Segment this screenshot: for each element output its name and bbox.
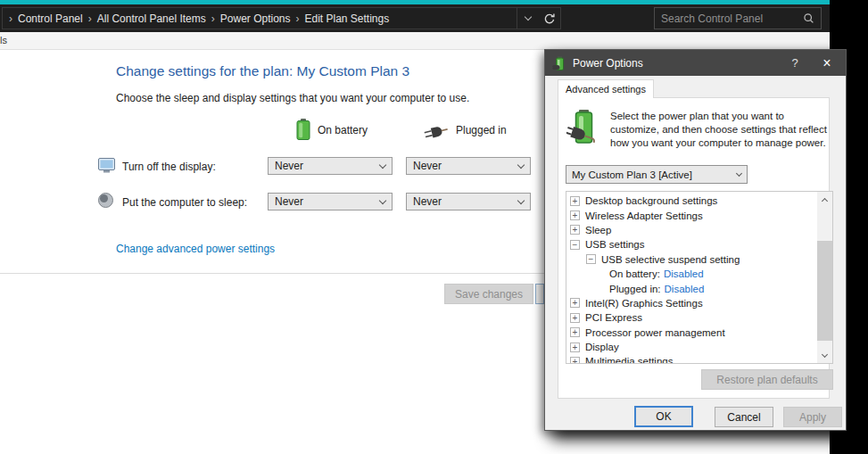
- plug-icon: [423, 124, 450, 140]
- tree-item-label: Multimedia settings: [585, 356, 673, 364]
- expand-icon[interactable]: +: [570, 298, 580, 308]
- tree-item[interactable]: Plugged in:Disabled: [566, 281, 817, 295]
- tree-item[interactable]: +Sleep: [566, 223, 817, 237]
- scrollbar-down-button[interactable]: [817, 348, 832, 363]
- address-controls: [517, 8, 560, 29]
- tree-item[interactable]: +Processor power management: [566, 326, 817, 340]
- tree-item[interactable]: +Display: [566, 340, 817, 354]
- expand-icon[interactable]: +: [570, 313, 580, 323]
- tree-item-label: Sleep: [585, 225, 611, 235]
- scrollbar[interactable]: [817, 192, 832, 363]
- change-advanced-power-settings-link[interactable]: Change advanced power settings: [116, 243, 275, 255]
- power-plan-select-value: My Custom Plan 3 [Active]: [572, 169, 692, 180]
- chevron-down-icon: [822, 351, 828, 358]
- dialog-titlebar[interactable]: Power Options ? ×: [545, 50, 846, 76]
- collapse-icon[interactable]: −: [570, 240, 580, 250]
- page-subtitle: Choose the sleep and display settings th…: [116, 92, 469, 104]
- chevron-down-icon: [736, 169, 742, 176]
- tree-item-label: Plugged in:: [609, 284, 661, 294]
- tree-item-value-link[interactable]: Disabled: [665, 284, 705, 294]
- power-plan-select[interactable]: My Custom Plan 3 [Active]: [566, 165, 748, 184]
- dialog-description: Select the power plan that you want to c…: [610, 110, 833, 149]
- select-display-on-battery[interactable]: Never: [268, 157, 393, 175]
- tree-item[interactable]: −USB settings: [566, 237, 817, 252]
- select-sleep-plugged-in[interactable]: Never: [406, 193, 531, 210]
- advanced-settings-tree: +Desktop background settings+Wireless Ad…: [566, 194, 817, 364]
- tree-item[interactable]: On battery:Disabled: [566, 267, 817, 281]
- tree-item-label: Display: [585, 342, 619, 352]
- breadcrumb-edit-plan-settings[interactable]: Edit Plan Settings: [301, 12, 393, 25]
- search-icon[interactable]: [803, 12, 814, 24]
- tree-item-label: PCI Express: [585, 312, 642, 323]
- close-icon: ×: [823, 55, 831, 71]
- expand-icon[interactable]: +: [570, 343, 580, 352]
- tree-item[interactable]: −USB selective suspend setting: [566, 252, 817, 267]
- restore-plan-defaults-button[interactable]: Restore plan defaults: [701, 369, 833, 390]
- refresh-button[interactable]: [539, 8, 560, 29]
- close-button[interactable]: ×: [808, 50, 846, 76]
- search-input[interactable]: Search Control Panel: [654, 7, 822, 29]
- breadcrumb[interactable]: › Control Panel › All Control Panel Item…: [2, 7, 561, 29]
- battery-icon: [295, 119, 311, 140]
- tree-item-label: USB settings: [585, 239, 644, 250]
- row-label-computer-sleep: Put the computer to sleep:: [122, 196, 247, 209]
- select-value: Never: [413, 160, 442, 172]
- expand-icon[interactable]: +: [570, 196, 580, 206]
- ok-button[interactable]: OK: [634, 406, 693, 427]
- select-value: Never: [413, 195, 442, 208]
- tree-item[interactable]: +Wireless Adapter Settings: [566, 208, 817, 222]
- expand-icon[interactable]: +: [570, 357, 580, 364]
- tree-item-label: Desktop background settings: [585, 195, 717, 206]
- scrollbar-up-button[interactable]: [817, 192, 832, 207]
- row-label-turn-off-display: Turn off the display:: [122, 161, 216, 173]
- desktop: › Control Panel › All Control Panel Item…: [0, 0, 868, 454]
- expand-icon[interactable]: +: [570, 327, 580, 337]
- settings-listbox: +Desktop background settings+Wireless Ad…: [566, 191, 833, 364]
- chevron-down-icon: [379, 196, 386, 203]
- chevron-down-icon: [379, 161, 386, 168]
- select-value: Never: [275, 195, 303, 208]
- tree-item[interactable]: +Desktop background settings: [566, 194, 817, 208]
- tree-item-label: Intel(R) Graphics Settings: [585, 298, 703, 309]
- expand-icon[interactable]: +: [570, 210, 580, 220]
- sleep-icon: [98, 193, 113, 208]
- cancel-button-partial[interactable]: [535, 284, 544, 304]
- select-display-plugged-in[interactable]: Never: [406, 157, 531, 175]
- help-button[interactable]: ?: [781, 56, 808, 70]
- breadcrumb-separator-icon: ›: [293, 12, 301, 25]
- select-value: Never: [275, 160, 303, 172]
- breadcrumb-separator-icon: ›: [87, 12, 94, 25]
- collapse-icon[interactable]: −: [586, 254, 596, 264]
- address-toolbar: › Control Panel › All Control Panel Item…: [0, 4, 830, 32]
- chevron-down-icon: [525, 13, 532, 21]
- scrollbar-thumb[interactable]: [817, 241, 832, 341]
- cancel-button[interactable]: Cancel: [715, 407, 773, 427]
- chevron-down-icon: [517, 161, 525, 168]
- col-header-plugged-in: Plugged in: [456, 124, 507, 136]
- tab-advanced-settings[interactable]: Advanced settings: [558, 79, 654, 98]
- display-icon: [98, 158, 115, 173]
- menu-text-fragment: ls: [0, 35, 7, 45]
- tree-item[interactable]: +PCI Express: [566, 310, 817, 325]
- breadcrumb-all-control-panel-items[interactable]: All Control Panel Items: [94, 12, 210, 25]
- chevron-up-icon: [822, 197, 828, 203]
- tree-item[interactable]: +Multimedia settings: [566, 354, 817, 364]
- select-sleep-on-battery[interactable]: Never: [268, 193, 393, 210]
- breadcrumb-control-panel[interactable]: Control Panel: [14, 12, 87, 25]
- breadcrumb-separator-icon: ›: [7, 12, 14, 25]
- power-plan-icon: [566, 109, 602, 146]
- tree-item[interactable]: +Intel(R) Graphics Settings: [566, 296, 817, 310]
- dialog-title: Power Options: [573, 57, 643, 70]
- breadcrumb-power-options[interactable]: Power Options: [217, 12, 294, 25]
- advanced-settings-panel: Select the power plan that you want to c…: [558, 97, 830, 399]
- expand-icon[interactable]: +: [570, 225, 580, 235]
- address-dropdown-button[interactable]: [517, 8, 539, 29]
- power-options-icon: [552, 56, 566, 70]
- tree-item-label: On battery:: [609, 268, 660, 279]
- tree-item-label: USB selective suspend setting: [601, 254, 740, 265]
- refresh-icon: [543, 12, 556, 25]
- tree-item-value-link[interactable]: Disabled: [664, 268, 704, 279]
- save-changes-button[interactable]: Save changes: [444, 284, 533, 304]
- power-options-dialog: Power Options ? × Advanced settings Sele…: [544, 49, 847, 431]
- apply-button[interactable]: Apply: [783, 407, 842, 427]
